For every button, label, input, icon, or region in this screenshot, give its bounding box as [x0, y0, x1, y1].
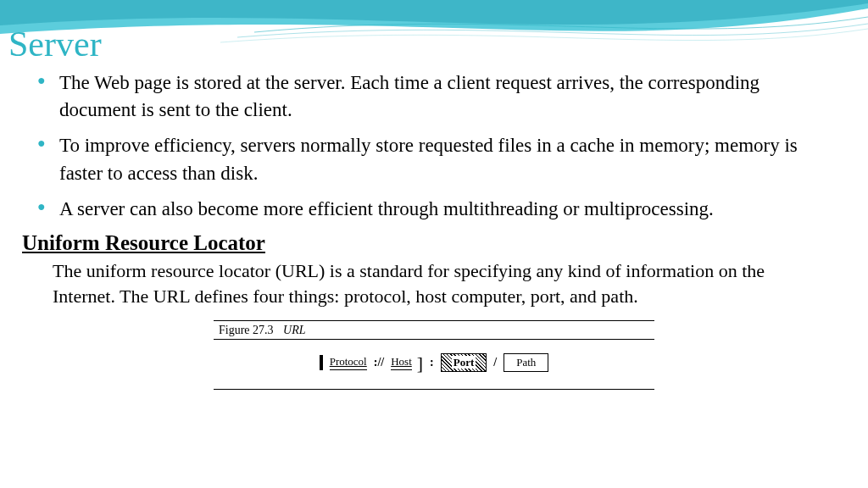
slide-content: The Web page is stored at the server. Ea… — [0, 64, 868, 390]
separator-slash: / — [492, 356, 498, 369]
path-field: Path — [504, 353, 548, 372]
host-field: Host — [391, 355, 412, 370]
bullet-item: To improve efficiency, servers normally … — [56, 132, 834, 186]
figure-number: Figure 27.3 — [219, 324, 274, 336]
cursor-icon — [320, 355, 323, 370]
url-subheading: Uniform Resource Locator — [22, 231, 834, 255]
bullet-list: The Web page is stored at the server. Ea… — [34, 69, 834, 223]
figure: Figure 27.3 URL Protocol :// Host ] : Po… — [214, 320, 654, 390]
slide-title: Server — [0, 0, 868, 64]
figure-caption: Figure 27.3 URL — [214, 321, 654, 340]
figure-container: Figure 27.3 URL Protocol :// Host ] : Po… — [214, 320, 654, 390]
protocol-field: Protocol — [330, 355, 367, 370]
bullet-item: The Web page is stored at the server. Ea… — [56, 69, 834, 124]
figure-title: URL — [283, 324, 305, 336]
separator-scheme: :// — [372, 356, 386, 369]
url-description: The uniform resource locator (URL) is a … — [53, 258, 817, 308]
bullet-item: A server can also become more efficient … — [56, 196, 834, 223]
separator-colon: : — [428, 356, 436, 369]
port-field: Port — [441, 353, 487, 372]
bracket-close-icon: ] — [417, 352, 423, 374]
figure-body: Protocol :// Host ] : Port / Path — [214, 340, 654, 389]
